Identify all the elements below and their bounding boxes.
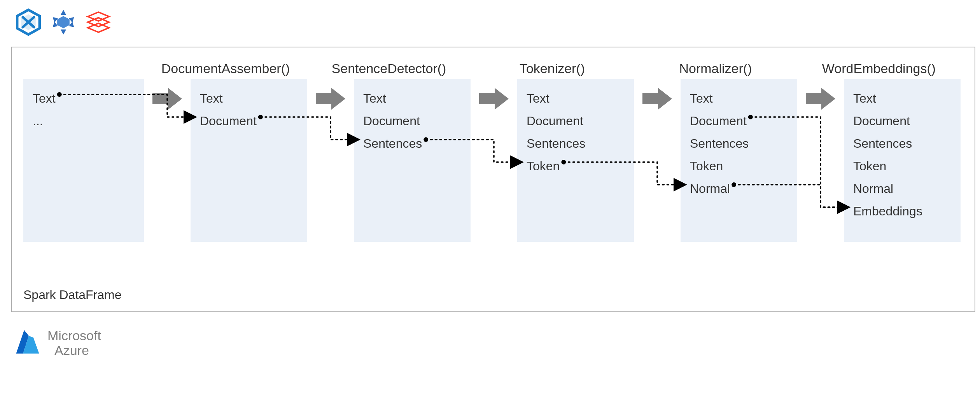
stage-3-row-0: Text [527,87,625,110]
arrow-3-icon [634,79,681,242]
arrow-2-icon [471,79,517,242]
azure-a-icon [13,328,42,358]
stage-4-row-0: Text [690,87,788,110]
svg-marker-7 [53,17,58,23]
stage-3-box: Text Document Sentences Token [517,79,634,242]
stage-3-row-3: Token [527,155,625,177]
frame-caption: Spark DataFrame [23,288,122,302]
svg-marker-6 [53,22,58,27]
stage-2-label: SentenceDetector() [332,59,446,79]
pipeline-row: Text ... DocumentAssember() Text Documen… [23,59,963,242]
stage-3-row-2: Sentences [527,132,625,155]
stage-5-box: Text Document Sentences Token Normal Emb… [844,79,961,242]
stage-5-row-0: Text [853,87,951,110]
hdinsight-icon [48,7,79,37]
stage-5-row-3: Token [853,155,951,177]
stage-4-row-3: Token [690,155,788,177]
footer-line2: Azure [47,343,101,358]
arrow-1-icon [307,79,354,242]
stage-4-row-2: Sentences [690,132,788,155]
stage-3-label: Tokenizer() [520,59,585,79]
stage-5-row-5: Embeddings [853,200,951,222]
footer-line1: Microsoft [47,328,101,343]
svg-marker-3 [69,17,74,23]
product-logo-row [13,7,980,37]
arrow-0-icon [144,79,191,242]
azure-footer: Microsoft Azure [13,328,980,358]
stage-4-box: Text Document Sentences Token Normal [681,79,797,242]
stage-2-box: Text Document Sentences [354,79,471,242]
stage-5-label: WordEmbeddings() [822,59,936,79]
stage-2-row-0: Text [363,87,461,110]
stage-1-label: DocumentAssember() [161,59,290,79]
stage-3-row-1: Document [527,110,625,132]
stage-5-row-2: Sentences [853,132,951,155]
databricks-icon [83,7,114,37]
stage-0-row-0: Text [33,87,135,110]
stage-4-row-1: Document [690,110,788,132]
stage-1-box: Text Document [191,79,307,242]
svg-marker-8 [57,16,70,28]
stage-1-row-0: Text [200,87,298,110]
pipeline-frame: Text ... DocumentAssember() Text Documen… [11,47,975,312]
svg-marker-5 [61,30,66,35]
stage-0-box: Text ... [23,79,144,242]
stage-5-row-4: Normal [853,177,951,200]
stage-4-row-4: Normal [690,177,788,200]
stage-4-label: Normalizer() [679,59,752,79]
stage-5-row-1: Document [853,110,951,132]
arrow-4-icon [797,79,844,242]
svg-marker-4 [69,22,74,27]
stage-1-row-1: Document [200,110,298,132]
stage-2-row-2: Sentences [363,132,461,155]
synapse-icon [13,7,44,37]
stage-0-row-1: ... [33,110,135,132]
svg-marker-2 [61,10,66,15]
stage-2-row-1: Document [363,110,461,132]
